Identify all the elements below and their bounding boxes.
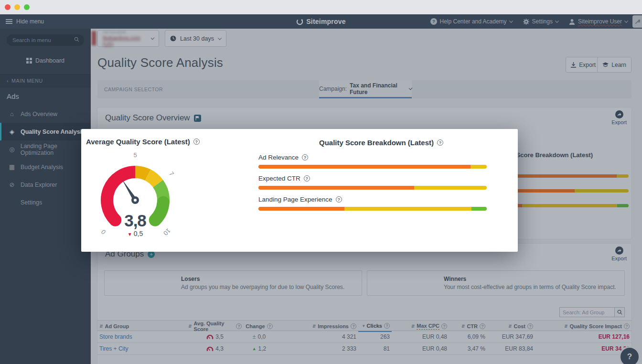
bar-segment <box>471 207 487 211</box>
breakdown-item-label: Landing Page Experience? <box>258 196 487 203</box>
help-icon[interactable]: ? <box>336 196 342 203</box>
bar-segment <box>258 165 471 169</box>
help-icon[interactable]: ? <box>304 175 310 182</box>
breakdown-title: Quality Score Breakdown (Latest) ? <box>253 139 509 147</box>
close-window-button[interactable] <box>5 4 11 10</box>
zoom-window-button[interactable] <box>24 4 30 10</box>
bar-segment <box>471 165 487 169</box>
gauge-title: Average Quality Score (Latest) ? <box>86 138 200 146</box>
quality-score-modal: Average Quality Score (Latest) ? 05710 3… <box>81 129 518 252</box>
breakdown-items: Ad Relevance?Expected CTR?Landing Page E… <box>258 154 487 217</box>
breakdown-item-label: Ad Relevance? <box>258 154 487 161</box>
breakdown-item-label: Expected CTR? <box>258 175 487 182</box>
breakdown-item: Ad Relevance? <box>258 154 487 169</box>
bar-segment <box>258 186 414 190</box>
triangle-down-icon: ▼ <box>128 232 132 237</box>
stacked-bar <box>258 186 487 190</box>
bar-segment <box>258 207 344 211</box>
stacked-bar <box>258 207 487 211</box>
window-titlebar <box>0 0 642 14</box>
screen: Hide menu Siteimprove ? Help Center and … <box>0 0 642 364</box>
gauge-value: 3,8 <box>97 211 173 230</box>
stacked-bar <box>258 165 487 169</box>
breakdown-item: Expected CTR? <box>258 175 487 190</box>
svg-text:7: 7 <box>168 170 175 177</box>
breakdown-item: Landing Page Experience? <box>258 196 487 211</box>
help-icon[interactable]: ? <box>437 139 443 146</box>
gauge-change: ▼0,5 <box>97 230 173 237</box>
svg-text:5: 5 <box>133 151 137 159</box>
bar-segment <box>344 207 471 211</box>
help-icon[interactable]: ? <box>302 154 308 161</box>
minimize-window-button[interactable] <box>14 4 20 10</box>
help-icon[interactable]: ? <box>193 139 200 145</box>
bar-segment <box>414 186 487 190</box>
